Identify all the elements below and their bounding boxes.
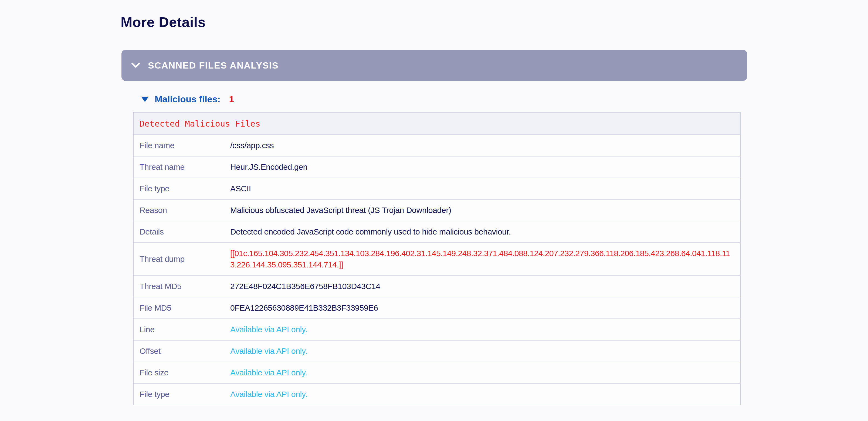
malicious-files-count: 1 xyxy=(229,94,234,104)
row-label: Details xyxy=(133,227,230,236)
malicious-files-toggle[interactable]: Malicious files: 1 xyxy=(141,94,868,104)
row-label: Threat MD5 xyxy=(133,282,230,291)
table-row: Line Available via API only. xyxy=(133,319,740,340)
malicious-files-label: Malicious files: xyxy=(155,94,220,104)
row-value: /css/app.css xyxy=(230,140,740,151)
chevron-down-icon xyxy=(131,62,141,68)
page-title: More Details xyxy=(121,14,868,30)
section-title: SCANNED FILES ANALYSIS xyxy=(148,60,279,71)
row-value: ASCII xyxy=(230,183,740,194)
table-row: File type Available via API only. xyxy=(133,383,740,405)
triangle-down-icon xyxy=(141,97,149,102)
row-value: Heur.JS.Encoded.gen xyxy=(230,161,740,173)
row-label: Reason xyxy=(133,206,230,215)
row-value-threat-dump: [[01c.165.104.305.232.454.351.134.103.28… xyxy=(230,248,740,270)
table-row: Reason Malicious obfuscated JavaScript t… xyxy=(133,199,740,221)
table-row-threat-dump: Threat dump [[01c.165.104.305.232.454.35… xyxy=(133,242,740,275)
row-label: File size xyxy=(133,368,230,377)
row-value-api-only: Available via API only. xyxy=(230,389,740,400)
table-header: Detected Malicious Files xyxy=(133,112,740,134)
row-value-api-only: Available via API only. xyxy=(230,324,740,335)
row-value: 272E48F024C1B356E6758FB103D43C14 xyxy=(230,281,740,292)
row-label: Threat dump xyxy=(133,255,230,264)
table-row: File name /css/app.css xyxy=(133,134,740,156)
row-label: File MD5 xyxy=(133,303,230,313)
detected-malicious-files-table: Detected Malicious Files File name /css/… xyxy=(133,112,741,406)
table-row: File MD5 0FEA12265630889E41B332B3F33959E… xyxy=(133,297,740,319)
table-row: File size Available via API only. xyxy=(133,362,740,383)
row-value: Malicious obfuscated JavaScript threat (… xyxy=(230,204,740,216)
table-row: Offset Available via API only. xyxy=(133,340,740,362)
row-value: 0FEA12265630889E41B332B3F33959E6 xyxy=(230,302,740,314)
row-label: File name xyxy=(133,141,230,150)
row-label: Line xyxy=(133,325,230,334)
row-label: File type xyxy=(133,184,230,193)
row-value-api-only: Available via API only. xyxy=(230,346,740,357)
row-label: File type xyxy=(133,390,230,399)
table-row: File type ASCII xyxy=(133,177,740,199)
scanned-files-analysis-header[interactable]: SCANNED FILES ANALYSIS xyxy=(121,50,747,81)
table-row: Threat name Heur.JS.Encoded.gen xyxy=(133,156,740,177)
table-row: Details Detected encoded JavaScript code… xyxy=(133,221,740,242)
table-row: Threat MD5 272E48F024C1B356E6758FB103D43… xyxy=(133,275,740,297)
row-value-api-only: Available via API only. xyxy=(230,367,740,378)
more-details-page: More Details SCANNED FILES ANALYSIS Mali… xyxy=(0,0,868,406)
row-label: Offset xyxy=(133,347,230,356)
row-label: Threat name xyxy=(133,162,230,172)
row-value: Detected encoded JavaScript code commonl… xyxy=(230,226,740,237)
